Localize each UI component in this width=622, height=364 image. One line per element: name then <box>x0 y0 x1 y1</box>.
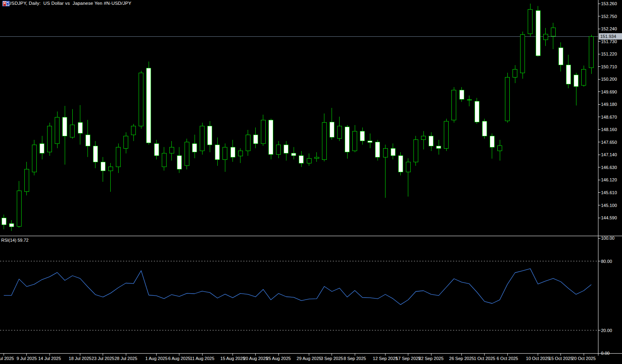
candle <box>147 62 151 145</box>
candle-body-bear <box>574 75 578 86</box>
candle <box>185 139 189 169</box>
candle-body-bear <box>215 145 220 159</box>
candle <box>55 111 60 149</box>
candle <box>177 147 181 173</box>
price-axis-label: 150.200 <box>601 77 617 82</box>
date-axis-label: 12 Sep 2025 <box>373 356 397 361</box>
candle <box>24 162 29 195</box>
candle <box>368 133 372 148</box>
candle <box>429 132 433 151</box>
candle <box>162 147 166 171</box>
rsi-axis-label: 20.00 <box>601 328 612 333</box>
candle-body-bull <box>444 121 449 148</box>
candle-body-bear <box>154 143 159 156</box>
candle <box>582 66 586 87</box>
candle-body-bear <box>429 136 433 146</box>
candle-body-bull <box>223 147 227 159</box>
candle <box>314 152 319 162</box>
candle <box>154 140 159 159</box>
candle-body-bull <box>162 153 166 167</box>
chart-window: USDJPY, Daily: US Dollar vs Japanese Yen… <box>0 0 622 364</box>
candle-body-bull <box>238 151 242 156</box>
date-axis-label: 9 Jul 2025 <box>16 356 37 361</box>
candle-body-bear <box>208 126 212 145</box>
candle <box>437 140 441 155</box>
candle <box>528 4 533 37</box>
date-axis-label: 20 Oct 2025 <box>572 356 596 361</box>
date-axis-label: 3 Sep 2025 <box>321 356 343 361</box>
rsi-axis-label: 0.00 <box>601 351 610 356</box>
price-axis-label: 149.690 <box>601 90 617 94</box>
candle-body-bull <box>543 34 548 40</box>
candle-body-bull <box>70 125 75 137</box>
candle <box>589 35 594 74</box>
candlestick-chart[interactable]: 100.0080.0020.000.00153.260152.750152.24… <box>0 0 622 364</box>
price-axis-label: 145.610 <box>601 190 617 195</box>
price-axis-label: 148.160 <box>601 127 617 132</box>
candle <box>421 131 426 149</box>
current-price-tag: 151.934 <box>599 33 622 40</box>
date-axis-label: 26 Sep 2025 <box>449 356 474 361</box>
candle-body-bull <box>24 169 29 192</box>
candle-body-bull <box>116 147 121 167</box>
price-axis-label: 147.140 <box>601 152 617 157</box>
candle-body-bull <box>528 10 533 34</box>
candle-body-bull <box>48 126 52 152</box>
candle-body-bull <box>32 145 36 172</box>
candle-body-bull <box>322 123 326 160</box>
candle-body-bear <box>398 156 403 172</box>
candle <box>78 105 82 145</box>
candle <box>307 153 311 166</box>
candle <box>193 135 197 158</box>
candle <box>276 141 281 158</box>
candle-body-bear <box>437 146 441 148</box>
candle <box>101 157 105 182</box>
candle-body-bear <box>40 143 44 153</box>
candle <box>131 124 136 141</box>
candle-body-bull <box>582 70 586 86</box>
date-axis-label: 11 Aug 2025 <box>190 356 215 361</box>
candle <box>322 113 326 161</box>
candle <box>459 87 464 102</box>
date-axis-label: 17 Sep 2025 <box>396 356 421 361</box>
candle <box>208 121 212 152</box>
candle <box>124 132 128 153</box>
candle-body-bull <box>353 131 357 151</box>
date-axis-label: 20 Aug 2025 <box>243 356 268 361</box>
candle <box>231 140 235 162</box>
candle-body-bear <box>147 68 151 143</box>
price-axis-label: 152.240 <box>601 26 617 31</box>
candle-body-bull <box>498 145 502 151</box>
candle-body-bull <box>314 157 319 158</box>
candle-body-bull <box>505 77 510 121</box>
candle <box>345 125 350 159</box>
candle <box>444 119 449 151</box>
candle <box>551 23 555 49</box>
candle <box>330 108 334 140</box>
candle <box>513 65 517 83</box>
candle-body-bull <box>551 28 555 36</box>
candle-body-bull <box>55 117 60 144</box>
candle <box>40 136 44 159</box>
candle-body-bear <box>330 122 334 137</box>
candle <box>63 106 67 164</box>
candle-body-bull <box>185 142 189 166</box>
candle <box>505 73 510 123</box>
candle-body-bear <box>253 135 258 143</box>
candle <box>406 158 410 197</box>
candle-body-bear <box>475 101 479 122</box>
candle-body-bull <box>413 140 418 162</box>
candle <box>200 123 205 155</box>
candle <box>70 109 75 139</box>
candle <box>498 140 502 161</box>
price-axis-label: 148.670 <box>601 115 617 119</box>
candle <box>215 137 220 166</box>
candle-body-bull <box>124 136 128 149</box>
candle <box>566 55 570 89</box>
date-axis-label: 29 Aug 2025 <box>297 356 322 361</box>
candle-body-bull <box>337 126 342 139</box>
candle-body-bull <box>276 145 281 155</box>
candle-body-bear <box>368 141 372 142</box>
date-axis-label: 15 Oct 2025 <box>549 356 573 361</box>
price-axis-label: 151.730 <box>601 39 617 44</box>
